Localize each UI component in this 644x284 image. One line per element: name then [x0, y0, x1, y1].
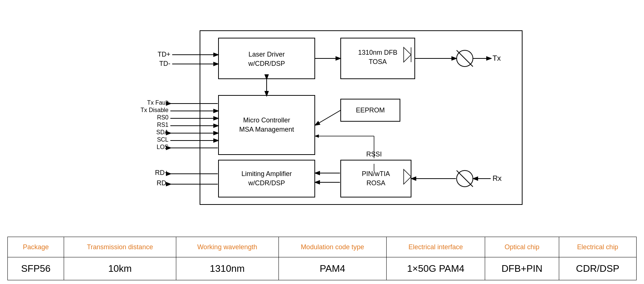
- tx-disable-label: Tx Disable: [140, 107, 168, 113]
- cell-optical-chip: DFB+PIN: [485, 257, 559, 280]
- svg-marker-19: [404, 169, 411, 184]
- rosa-label1: PIN/wTIA: [361, 170, 390, 178]
- header-electrical-chip: Electrical chip: [559, 237, 636, 257]
- scl-label: SCL: [157, 136, 168, 143]
- header-optical-chip: Optical chip: [485, 237, 559, 257]
- lim-amp-label2: w/CDR/DSP: [248, 179, 285, 187]
- laser-driver-sublabel: w/CDR/DSP: [248, 60, 285, 67]
- header-wavelength: Working wavelength: [176, 237, 278, 257]
- los-label: LOS: [156, 144, 168, 150]
- svg-rect-17: [218, 160, 315, 197]
- rd-plus-label: RD+: [155, 169, 168, 176]
- svg-rect-18: [341, 160, 411, 197]
- rosa-label2: ROSA: [366, 179, 385, 187]
- header-modulation: Modulation code type: [278, 237, 386, 257]
- cell-electrical-interface: 1×50G PAM4: [386, 257, 485, 280]
- tx-label: Tx: [493, 54, 501, 62]
- cell-package: SFP56: [8, 257, 64, 280]
- td-plus-label: TD+: [157, 51, 170, 58]
- header-transmission: Transmission distance: [64, 237, 176, 257]
- specs-table: Package Transmission distance Working wa…: [7, 237, 637, 280]
- cell-electrical-chip: CDR/DSP: [559, 257, 636, 280]
- mc-label2: MSA Management: [239, 126, 294, 133]
- rs1-label: RS1: [157, 122, 168, 128]
- tx-fault-label: Tx Fault: [147, 99, 168, 106]
- cell-wavelength: 1310nm: [176, 257, 278, 280]
- cell-modulation: PAM4: [278, 257, 386, 280]
- svg-rect-11: [218, 95, 315, 155]
- tosa-label2: TOSA: [368, 58, 387, 65]
- svg-marker-3: [404, 47, 411, 62]
- block-diagram: Laser Driver w/CDR/DSP 1310nm DFB TOSA T…: [7, 4, 637, 235]
- tosa-label1: 1310nm DFB: [358, 49, 397, 56]
- eeprom-label: EEPROM: [356, 106, 384, 114]
- mc-label1: Micro Controller: [243, 116, 290, 124]
- svg-line-13: [316, 110, 341, 125]
- lim-amp-label1: Limiting Amplifier: [241, 170, 291, 178]
- header-electrical-interface: Electrical interface: [386, 237, 485, 257]
- sda-label: SDA: [156, 129, 168, 135]
- svg-rect-1: [218, 38, 315, 79]
- cell-transmission: 10km: [64, 257, 176, 280]
- td-minus-label: TD-: [159, 60, 170, 67]
- rd-minus-label: RD-: [157, 179, 168, 187]
- laser-driver-label: Laser Driver: [248, 51, 284, 58]
- header-package: Package: [8, 237, 64, 257]
- rx-label: Rx: [493, 174, 501, 182]
- rs0-label: RS0: [157, 114, 168, 121]
